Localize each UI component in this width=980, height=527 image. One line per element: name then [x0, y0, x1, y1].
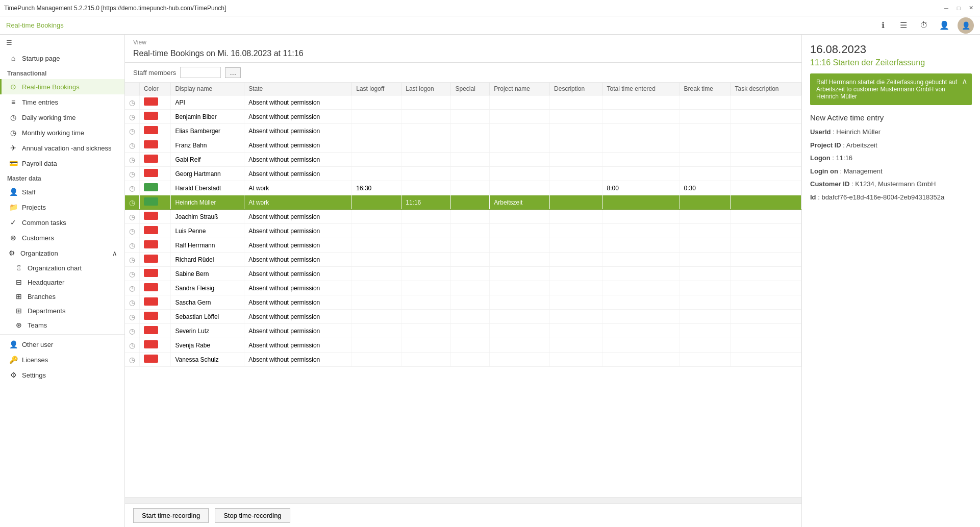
- sidebar-item-payroll[interactable]: 💳 Payroll data: [0, 156, 124, 171]
- sidebar-item-otheruser[interactable]: 👤 Other user: [0, 337, 124, 352]
- sidebar-item-daily[interactable]: ◷ Daily working time: [0, 110, 124, 125]
- col-description[interactable]: Description: [550, 83, 603, 95]
- sidebar-item-monthly[interactable]: ◷ Monthly working time: [0, 125, 124, 140]
- history-icon[interactable]: ⏱: [917, 18, 931, 33]
- row-logon: [401, 310, 451, 324]
- topbar-link[interactable]: Real-time Bookings: [6, 21, 64, 29]
- row-clock: ◷: [125, 324, 140, 338]
- col-break-time[interactable]: Break time: [680, 83, 731, 95]
- row-color: [140, 95, 171, 110]
- table-row[interactable]: ◷ Luis Penne Absent without permission: [125, 224, 801, 238]
- table-row[interactable]: ◷ Franz Bahn Absent without permission: [125, 138, 801, 153]
- sidebar-item-label: Time entries: [22, 98, 58, 106]
- row-color: [140, 310, 171, 324]
- start-recording-button[interactable]: Start time-recording: [133, 508, 209, 523]
- sidebar-item-realtime[interactable]: ⊙ Real-time Bookings: [0, 79, 124, 94]
- sidebar-item-teams[interactable]: ⊛ Teams: [0, 318, 124, 332]
- col-project-name[interactable]: Project name: [490, 83, 550, 95]
- sidebar-item-staff[interactable]: 👤 Staff: [0, 184, 124, 199]
- table-row[interactable]: ◷ Elias Bamberger Absent without permiss…: [125, 124, 801, 138]
- list-icon[interactable]: ☰: [896, 18, 911, 33]
- table-row[interactable]: ◷ Sandra Fleisig Absent without permissi…: [125, 281, 801, 295]
- table-row[interactable]: ◷ Severin Lutz Absent without permission: [125, 324, 801, 338]
- col-total-time[interactable]: Total time entered: [602, 83, 680, 95]
- sidebar-item-vacation[interactable]: ✈ Annual vacation -and sickness: [0, 140, 124, 156]
- col-last-logon[interactable]: Last logon: [401, 83, 451, 95]
- table-row[interactable]: ◷ Sascha Gern Absent without permission: [125, 295, 801, 310]
- sidebar-item-settings[interactable]: ⚙ Settings: [0, 367, 124, 383]
- topbar-icons: ℹ ☰ ⏱ 👤 👤: [876, 17, 974, 34]
- col-display-name[interactable]: Display name: [171, 83, 244, 95]
- row-state: At work: [244, 195, 352, 210]
- table-row[interactable]: ◷ Ralf Herrmann Absent without permissio…: [125, 238, 801, 253]
- row-project: [490, 224, 550, 238]
- row-special: [451, 324, 490, 338]
- col-task-desc[interactable]: Task description: [731, 83, 801, 95]
- row-display-name: Benjamin Biber: [171, 110, 244, 124]
- sidebar-group-org[interactable]: ⚙ Organization ∧: [0, 245, 124, 261]
- col-special[interactable]: Special: [451, 83, 490, 95]
- table-row[interactable]: ◷ Sabine Bern Absent without permission: [125, 267, 801, 281]
- rp-notification-close[interactable]: ∧: [962, 77, 968, 86]
- info-icon[interactable]: ℹ: [876, 18, 890, 33]
- row-special: [451, 167, 490, 181]
- headquarter-icon: ⊟: [14, 278, 23, 286]
- sidebar-item-orgchart[interactable]: ⑄ Organization chart: [0, 261, 124, 275]
- row-project: Arbeitszeit: [490, 195, 550, 210]
- row-desc: [550, 110, 603, 124]
- sidebar-item-departments[interactable]: ⊞ Departments: [0, 304, 124, 318]
- user-icon[interactable]: 👤: [937, 18, 951, 33]
- sidebar-item-headquarter[interactable]: ⊟ Headquarter: [0, 275, 124, 289]
- table-row[interactable]: ◷ Heinrich Müller At work 11:16 Arbeitsz…: [125, 195, 801, 210]
- row-special: [451, 267, 490, 281]
- sidebar-item-startup[interactable]: ⌂ Startup page: [0, 51, 124, 66]
- col-color[interactable]: Color: [140, 83, 171, 95]
- realtime-icon: ⊙: [9, 83, 18, 91]
- col-last-logoff[interactable]: Last logoff: [352, 83, 401, 95]
- avatar[interactable]: 👤: [958, 17, 974, 34]
- table-row[interactable]: ◷ Svenja Rabe Absent without permission: [125, 338, 801, 353]
- table-row[interactable]: ◷ Joachim Strauß Absent without permissi…: [125, 210, 801, 224]
- row-clock: ◷: [125, 295, 140, 310]
- sidebar-hamburger[interactable]: ☰: [0, 35, 124, 51]
- table-row[interactable]: ◷ Richard Rüdel Absent without permissio…: [125, 253, 801, 267]
- table-row[interactable]: ◷ API Absent without permission: [125, 95, 801, 110]
- table-row[interactable]: ◷ Harald Eberstadt At work 16:30 8:00 0:…: [125, 181, 801, 195]
- row-clock: ◷: [125, 338, 140, 353]
- table-row[interactable]: ◷ Vanessa Schulz Absent without permissi…: [125, 353, 801, 367]
- stop-recording-button[interactable]: Stop time-recording: [215, 508, 290, 523]
- row-task: [731, 110, 801, 124]
- row-display-name: Sandra Fleisig: [171, 281, 244, 295]
- row-break: [680, 153, 731, 167]
- col-state[interactable]: State: [244, 83, 352, 95]
- rp-field: Project ID : Arbeitszeit: [810, 140, 972, 150]
- table-row[interactable]: ◷ Gabi Reif Absent without permission: [125, 153, 801, 167]
- row-task: [731, 138, 801, 153]
- sidebar-item-projects[interactable]: 📁 Projects: [0, 199, 124, 215]
- sidebar-item-time-entries[interactable]: ≡ Time entries: [0, 94, 124, 110]
- row-clock: ◷: [125, 138, 140, 153]
- sidebar-item-tasks[interactable]: ✓ Common tasks: [0, 215, 124, 230]
- sidebar-item-label: Customers: [22, 234, 54, 242]
- row-total: [602, 95, 680, 110]
- horizontal-scrollbar[interactable]: [125, 497, 801, 504]
- sidebar-item-label: Other user: [22, 341, 53, 348]
- row-break: [680, 253, 731, 267]
- row-logoff: [352, 238, 401, 253]
- vacation-icon: ✈: [9, 144, 18, 152]
- row-display-name: Elias Bamberger: [171, 124, 244, 138]
- staff-members-input[interactable]: [180, 67, 221, 78]
- close-button[interactable]: ✕: [966, 3, 976, 13]
- minimize-button[interactable]: ─: [941, 3, 951, 13]
- table-row[interactable]: ◷ Sebastian Löffel Absent without permis…: [125, 310, 801, 324]
- sidebar-item-customers[interactable]: ⊛ Customers: [0, 230, 124, 245]
- table-row[interactable]: ◷ Georg Hartmann Absent without permissi…: [125, 167, 801, 181]
- filter-button[interactable]: …: [225, 67, 241, 78]
- maximize-button[interactable]: □: [953, 3, 964, 13]
- row-logoff: [352, 167, 401, 181]
- table-row[interactable]: ◷ Benjamin Biber Absent without permissi…: [125, 110, 801, 124]
- row-project: [490, 295, 550, 310]
- sidebar-item-branches[interactable]: ⊞ Branches: [0, 289, 124, 304]
- sidebar-item-licenses[interactable]: 🔑 Licenses: [0, 352, 124, 367]
- customers-icon: ⊛: [9, 234, 18, 242]
